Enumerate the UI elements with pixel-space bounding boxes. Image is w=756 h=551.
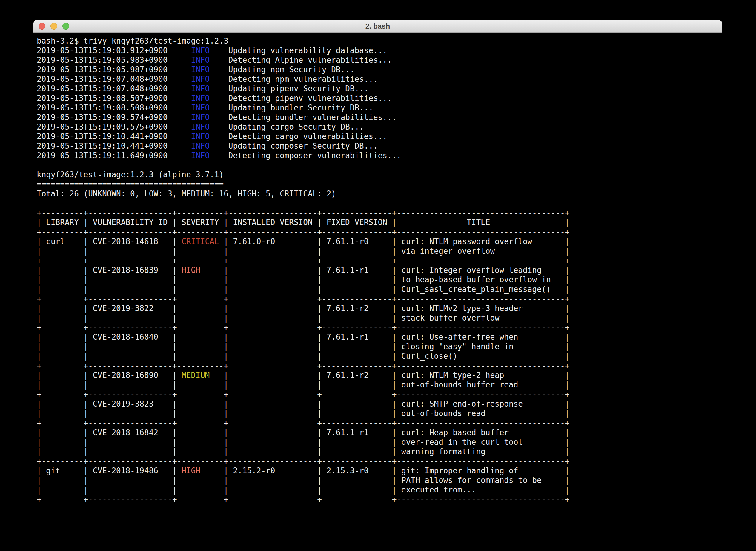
window-titlebar[interactable]: 2. bash bbox=[33, 20, 722, 33]
terminal-output[interactable]: bash-3.2$ trivy knqyf263/test-image:1.2.… bbox=[33, 33, 722, 504]
zoom-button[interactable] bbox=[62, 23, 69, 30]
terminal-window: 2. bash bash-3.2$ trivy knqyf263/test-im… bbox=[33, 20, 722, 540]
close-button[interactable] bbox=[38, 23, 45, 30]
window-title: 2. bash bbox=[33, 20, 722, 32]
traffic-lights bbox=[38, 20, 69, 32]
minimize-button[interactable] bbox=[50, 23, 57, 30]
